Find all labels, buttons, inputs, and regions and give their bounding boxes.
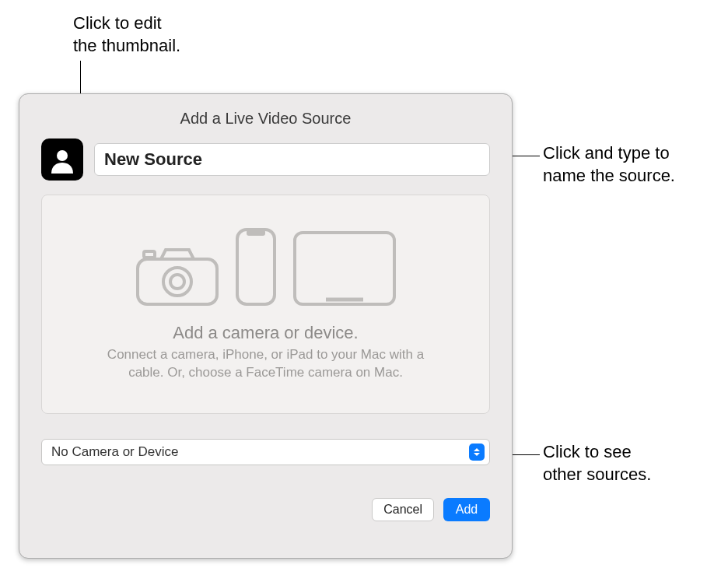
camera-icon [135, 245, 220, 307]
svg-rect-6 [247, 230, 265, 236]
svg-point-0 [57, 150, 68, 161]
callout-popup: Click to see other sources. [543, 441, 698, 486]
cancel-button[interactable]: Cancel [372, 498, 434, 521]
cancel-button-label: Cancel [383, 503, 422, 517]
iphone-icon [234, 226, 278, 307]
source-popup[interactable]: No Camera or Device [41, 439, 490, 465]
person-silhouette-icon [48, 146, 76, 174]
callout-name: Click and type to name the source. [543, 142, 706, 187]
svg-rect-1 [138, 259, 217, 304]
ipad-icon [292, 230, 397, 307]
svg-point-3 [170, 275, 184, 289]
popup-arrows-icon [469, 444, 485, 461]
svg-rect-7 [295, 233, 394, 304]
source-name-value: New Source [104, 149, 202, 170]
preview-title: Add a camera or device. [173, 323, 358, 343]
device-icons [135, 226, 397, 307]
dialog-footer: Cancel Add [41, 498, 490, 521]
thumbnail-button[interactable] [41, 138, 83, 181]
dialog-title: Add a Live Video Source [41, 110, 490, 128]
callout-thumbnail: Click to edit the thumbnail. [73, 12, 213, 57]
add-button[interactable]: Add [443, 498, 490, 521]
svg-rect-5 [237, 230, 275, 304]
add-button-label: Add [456, 503, 478, 517]
svg-rect-4 [144, 251, 155, 258]
preview-subtitle: Connect a camera, iPhone, or iPad to you… [95, 346, 437, 382]
source-popup-value: No Camera or Device [51, 444, 469, 460]
preview-area: Add a camera or device. Connect a camera… [41, 195, 490, 414]
source-name-input[interactable]: New Source [94, 143, 490, 176]
dialog-window: Add a Live Video Source New Source [19, 93, 513, 559]
svg-point-2 [163, 268, 191, 296]
